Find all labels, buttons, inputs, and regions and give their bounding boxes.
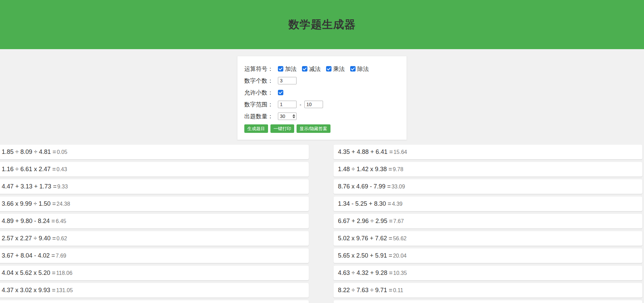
question-answer: 0.43	[57, 166, 67, 173]
question-answer: 0.11	[393, 287, 403, 294]
question-count-label: 出题数量：	[244, 113, 273, 120]
operator-label: 乘法	[333, 65, 345, 73]
question-row: 8.22 ÷ 7.63 ÷ 9.71 = 0.11	[334, 283, 642, 298]
question-expression: 4.47 + 3.13 + 1.73 =	[2, 183, 57, 190]
spinner-up-icon[interactable]	[292, 114, 295, 116]
question-expression: 1.48 ÷ 1.42 x 9.38 =	[338, 166, 392, 173]
question-row: 2.57 x 2.27 ÷ 9.40 = 0.62	[0, 231, 309, 246]
question-expression: 1.34 - 5.25 + 8.30 =	[338, 200, 391, 207]
allow-decimal-label: 允许小数：	[244, 89, 273, 97]
question-expression: 5.02 x 9.76 + 7.62 =	[338, 235, 392, 242]
question-answer: 6.45	[56, 218, 66, 224]
question-row: 1.48 ÷ 1.42 x 9.38 = 9.78	[334, 162, 642, 177]
question-expression: 4.35 + 4.88 + 6.41 =	[338, 148, 393, 156]
question-row: 3.67 + 8.04 - 4.02 = 7.69	[0, 248, 309, 263]
question-answer: 9.78	[393, 166, 403, 173]
question-expression: 3.67 + 8.04 - 4.02 =	[2, 252, 55, 259]
print-button[interactable]: 一键打印	[270, 124, 294, 133]
buttons-row: 生成题目 一键打印 显示/隐藏答案	[244, 124, 400, 133]
operators-list: 加法 减法 乘法 除法	[278, 65, 374, 73]
question-answer: 0.62	[57, 236, 67, 242]
question-answer: 56.62	[393, 236, 406, 242]
operator-checkbox[interactable]	[350, 66, 356, 72]
question-expression: 6.67 + 2.96 ÷ 2.95 =	[338, 218, 393, 225]
operator-label: 加法	[285, 65, 297, 73]
question-count-input[interactable]: 30	[278, 113, 297, 120]
question-row: 5.02 x 9.76 + 7.62 = 56.62	[334, 231, 642, 246]
range-min-input[interactable]	[278, 101, 297, 108]
question-expression: 2.57 x 2.27 ÷ 9.40 =	[2, 235, 56, 242]
question-answer: 4.39	[392, 201, 402, 207]
range-separator: -	[300, 102, 301, 107]
question-expression: 4.37 x 3.02 x 9.93 =	[2, 287, 56, 294]
question-answer: 9.33	[57, 184, 68, 190]
spinner-arrows-icon[interactable]	[292, 114, 295, 118]
generate-button[interactable]: 生成题目	[244, 124, 268, 133]
question-expression: 4.04 x 5.62 x 5.20 =	[2, 269, 56, 277]
question-expression: 1.16 ÷ 6.61 x 2.47 =	[2, 166, 56, 173]
operator-option: 加法	[278, 65, 297, 73]
range-row: 数字范围： -	[244, 101, 400, 108]
question-row: 4.63 ÷ 4.32 + 9.28 = 10.35	[334, 266, 642, 280]
question-expression: 8.22 ÷ 7.63 ÷ 9.71 =	[338, 287, 392, 294]
question-answer: 7.67	[393, 218, 404, 224]
question-row: 1.85 ÷ 8.09 ÷ 4.81 = 0.05	[0, 145, 309, 159]
operator-option: 减法	[302, 65, 321, 73]
question-row: 1.16 ÷ 6.61 x 2.47 = 0.43	[0, 162, 309, 177]
question-answer: 131.05	[56, 287, 73, 294]
spinner-down-icon[interactable]	[292, 117, 295, 118]
question-row: 5.65 x 2.50 + 5.91 = 20.04	[334, 248, 642, 263]
question-row: 4.37 x 3.02 x 9.93 = 131.05	[0, 283, 309, 298]
page-title: 数学题生成器	[288, 17, 356, 32]
question-expression: 4.89 + 9.80 - 8.24 =	[2, 218, 55, 225]
question-answer: 7.69	[56, 253, 66, 259]
questions-column-left: 1.85 ÷ 8.09 ÷ 4.81 = 0.05 1.16 ÷ 6.61 x …	[0, 145, 309, 303]
digit-count-input[interactable]	[278, 77, 297, 84]
question-row-partial	[0, 300, 309, 303]
operators-label: 运算符号：	[244, 65, 273, 73]
range-max-input[interactable]	[304, 101, 323, 108]
operators-row: 运算符号： 加法 减法 乘法 除法	[244, 65, 400, 73]
app-header: 数学题生成器	[0, 0, 644, 49]
question-answer: 10.35	[393, 270, 407, 276]
toggle-answers-button[interactable]: 显示/隐藏答案	[297, 124, 330, 133]
range-label: 数字范围：	[244, 101, 273, 108]
question-answer: 24.38	[57, 201, 70, 207]
question-row: 4.35 + 4.88 + 6.41 = 15.64	[334, 145, 642, 159]
questions-column-right: 4.35 + 4.88 + 6.41 = 15.64 1.48 ÷ 1.42 x…	[334, 145, 642, 303]
question-row: 1.34 - 5.25 + 8.30 = 4.39	[334, 197, 642, 211]
question-answer: 20.04	[393, 253, 406, 259]
question-expression: 8.76 x 4.69 - 7.99 =	[338, 183, 391, 190]
question-row: 3.66 x 9.99 ÷ 1.50 = 24.38	[0, 197, 309, 211]
operator-checkbox[interactable]	[278, 66, 283, 72]
question-count-value: 30	[280, 114, 292, 119]
question-row: 8.76 x 4.69 - 7.99 = 33.09	[334, 179, 642, 194]
question-expression: 1.85 ÷ 8.09 ÷ 4.81 =	[2, 148, 56, 156]
question-expression: 4.63 ÷ 4.32 + 9.28 =	[338, 269, 393, 277]
operator-option: 除法	[350, 65, 369, 73]
questions-grid: 1.85 ÷ 8.09 ÷ 4.81 = 0.05 1.16 ÷ 6.61 x …	[0, 145, 644, 303]
operator-label: 除法	[357, 65, 369, 73]
allow-decimal-row: 允许小数：	[244, 89, 400, 96]
question-expression: 3.66 x 9.99 ÷ 1.50 =	[2, 200, 56, 207]
digit-count-row: 数字个数：	[244, 77, 400, 84]
operator-option: 乘法	[326, 65, 345, 73]
question-answer: 15.64	[394, 149, 407, 155]
question-answer: 0.05	[57, 149, 67, 155]
allow-decimal-checkbox[interactable]	[278, 90, 283, 95]
operator-label: 减法	[309, 65, 321, 73]
question-row: 6.67 + 2.96 ÷ 2.95 = 7.67	[334, 214, 642, 228]
question-row-partial	[334, 300, 642, 303]
question-row: 4.47 + 3.13 + 1.73 = 9.33	[0, 179, 309, 194]
question-row: 4.89 + 9.80 - 8.24 = 6.45	[0, 214, 309, 228]
question-expression: 5.65 x 2.50 + 5.91 =	[338, 252, 392, 259]
digit-count-label: 数字个数：	[244, 77, 273, 85]
question-count-row: 出题数量： 30	[244, 113, 400, 120]
question-answer: 118.06	[56, 270, 73, 276]
operator-checkbox[interactable]	[326, 66, 332, 72]
settings-panel: 运算符号： 加法 减法 乘法 除法 数字个数： 允许小数： 数字范围： - 出题…	[237, 56, 407, 140]
question-answer: 33.09	[392, 184, 405, 190]
question-row: 4.04 x 5.62 x 5.20 = 118.06	[0, 266, 309, 280]
operator-checkbox[interactable]	[302, 66, 307, 72]
